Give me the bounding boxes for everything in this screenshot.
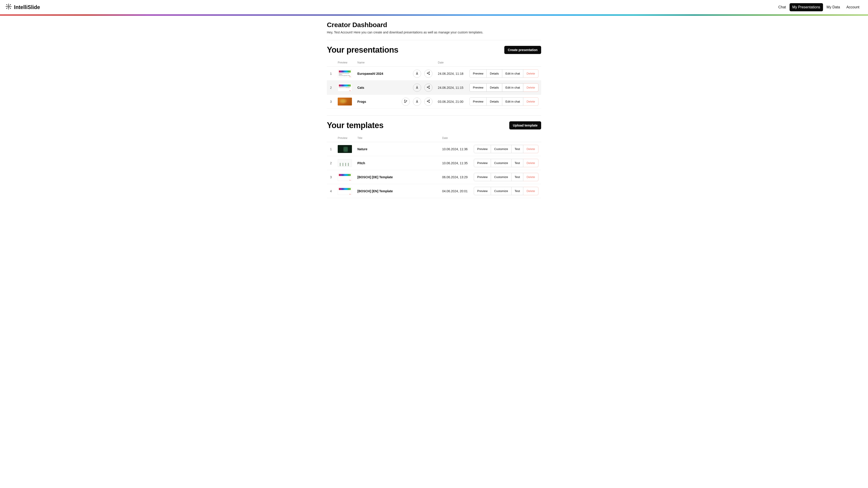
download-icon: [415, 86, 419, 90]
svg-point-10: [429, 100, 430, 101]
preview-button[interactable]: Preview: [474, 159, 491, 167]
preview-button[interactable]: Preview: [474, 145, 491, 153]
template-date: 06.06.2024, 13:29: [439, 170, 471, 184]
preview-button[interactable]: Preview: [469, 69, 487, 78]
action-group: Preview Customize Test Delete: [474, 173, 538, 181]
test-button[interactable]: Test: [512, 145, 524, 153]
action-group: Preview Details Edit in chat Delete: [469, 97, 538, 106]
table-row[interactable]: 2 Pitch 10.06.2024, 11:35 Preview Custom…: [327, 156, 541, 170]
share-button[interactable]: [424, 84, 432, 92]
svg-point-2: [427, 73, 428, 73]
thumbnail: [338, 187, 352, 195]
templates-table: Preview Title Date 1 Nature 10.06.2024, …: [327, 134, 541, 198]
edit-in-chat-button[interactable]: Edit in chat: [502, 84, 523, 92]
share-icon: [427, 99, 430, 104]
customize-button[interactable]: Customize: [491, 145, 511, 153]
share-button[interactable]: [424, 70, 432, 78]
presentation-date: 03.06.2024, 21:00: [435, 95, 467, 109]
delete-button[interactable]: Delete: [523, 173, 538, 181]
preview-button[interactable]: Preview: [474, 173, 491, 181]
download-button[interactable]: [413, 98, 421, 106]
thumbnail: [338, 159, 352, 167]
col-preview: Preview: [335, 59, 355, 67]
col-title: Title: [355, 134, 439, 142]
table-row[interactable]: 1 Ergebnisse der deutschen Parteienbei d…: [327, 67, 541, 80]
thumbnail: Ergebnisse der deutschen Parteienbei den…: [338, 70, 352, 77]
presentations-title: Your presentations: [327, 45, 398, 55]
svg-point-4: [429, 86, 430, 87]
action-group: Preview Customize Test Delete: [474, 187, 538, 195]
presentation-date: 24.06.2024, 11:18: [435, 67, 467, 80]
create-presentation-button[interactable]: Create presentation: [504, 46, 541, 54]
download-icon: [415, 99, 419, 104]
presentation-name: Cats: [355, 80, 391, 95]
brand-logo[interactable]: IntelliSlide: [5, 3, 40, 11]
upload-template-button[interactable]: Upload template: [509, 121, 541, 129]
row-number: 4: [327, 184, 335, 198]
col-preview: Preview: [335, 134, 355, 142]
delete-button[interactable]: Delete: [523, 187, 538, 195]
presentation-name: Europawahl 2024: [355, 67, 391, 80]
table-row[interactable]: 4 [BOSCH] [EN] Template 04.06.2024, 20:0…: [327, 184, 541, 198]
template-title: [BOSCH] [DE] Template: [355, 170, 439, 184]
svg-point-3: [429, 74, 430, 74]
delete-button[interactable]: Delete: [523, 159, 538, 167]
top-nav: Chat My Presentations My Data Account: [775, 3, 863, 11]
svg-point-1: [429, 72, 430, 72]
test-button[interactable]: Test: [512, 187, 524, 195]
branch-icon: [404, 99, 408, 104]
svg-point-0: [8, 6, 9, 7]
presentation-name: Frogs: [355, 95, 391, 109]
template-title: Pitch: [355, 156, 439, 170]
svg-point-8: [405, 102, 405, 103]
table-row[interactable]: 2 Introduction to Cat Adoption Cats 24.0…: [327, 80, 541, 95]
nav-chat[interactable]: Chat: [776, 3, 789, 11]
svg-point-11: [427, 101, 428, 101]
nav-my-data[interactable]: My Data: [824, 3, 843, 11]
action-group: Preview Details Edit in chat Delete: [469, 84, 538, 92]
table-row[interactable]: 3 Frogs 03.06.2024, 21:00 Preview Detail…: [327, 95, 541, 109]
details-button[interactable]: Details: [487, 84, 502, 92]
delete-button[interactable]: Delete: [523, 69, 538, 78]
share-icon: [427, 86, 430, 90]
branch-button[interactable]: [402, 98, 410, 106]
details-button[interactable]: Details: [487, 69, 502, 78]
thumbnail: [338, 173, 352, 181]
nav-my-presentations[interactable]: My Presentations: [789, 3, 823, 11]
edit-in-chat-button[interactable]: Edit in chat: [502, 69, 523, 78]
table-row[interactable]: 1 Nature 10.06.2024, 11:36 Preview Custo…: [327, 142, 541, 156]
thumbnail: [338, 98, 352, 105]
svg-point-6: [429, 88, 430, 89]
download-icon: [415, 71, 419, 76]
preview-button[interactable]: Preview: [474, 187, 491, 195]
nav-account[interactable]: Account: [844, 3, 862, 11]
test-button[interactable]: Test: [512, 159, 524, 167]
delete-button[interactable]: Delete: [523, 84, 538, 92]
preview-button[interactable]: Preview: [469, 97, 487, 106]
template-date: 10.06.2024, 11:36: [439, 142, 471, 156]
action-group: Preview Customize Test Delete: [474, 159, 538, 167]
svg-point-9: [406, 101, 407, 101]
template-date: 10.06.2024, 11:35: [439, 156, 471, 170]
row-number: 3: [327, 95, 335, 109]
customize-button[interactable]: Customize: [491, 173, 511, 181]
download-button[interactable]: [413, 70, 421, 78]
edit-in-chat-button[interactable]: Edit in chat: [502, 97, 523, 106]
action-group: Preview Customize Test Delete: [474, 145, 538, 153]
share-button[interactable]: [424, 98, 432, 106]
customize-button[interactable]: Customize: [491, 159, 511, 167]
templates-title: Your templates: [327, 121, 383, 130]
preview-button[interactable]: Preview: [469, 84, 487, 92]
thumbnail: [338, 145, 352, 153]
action-group: Preview Details Edit in chat Delete: [469, 69, 538, 78]
table-row[interactable]: 3 [BOSCH] [DE] Template 06.06.2024, 13:2…: [327, 170, 541, 184]
delete-button[interactable]: Delete: [523, 145, 538, 153]
download-button[interactable]: [413, 84, 421, 92]
template-date: 04.06.2024, 20:01: [439, 184, 471, 198]
test-button[interactable]: Test: [512, 173, 524, 181]
details-button[interactable]: Details: [487, 97, 502, 106]
page-subtitle: Hey, Test Account! Here you can create a…: [327, 31, 541, 34]
delete-button[interactable]: Delete: [523, 97, 538, 106]
customize-button[interactable]: Customize: [491, 187, 511, 195]
page-title: Creator Dashboard: [327, 21, 541, 29]
